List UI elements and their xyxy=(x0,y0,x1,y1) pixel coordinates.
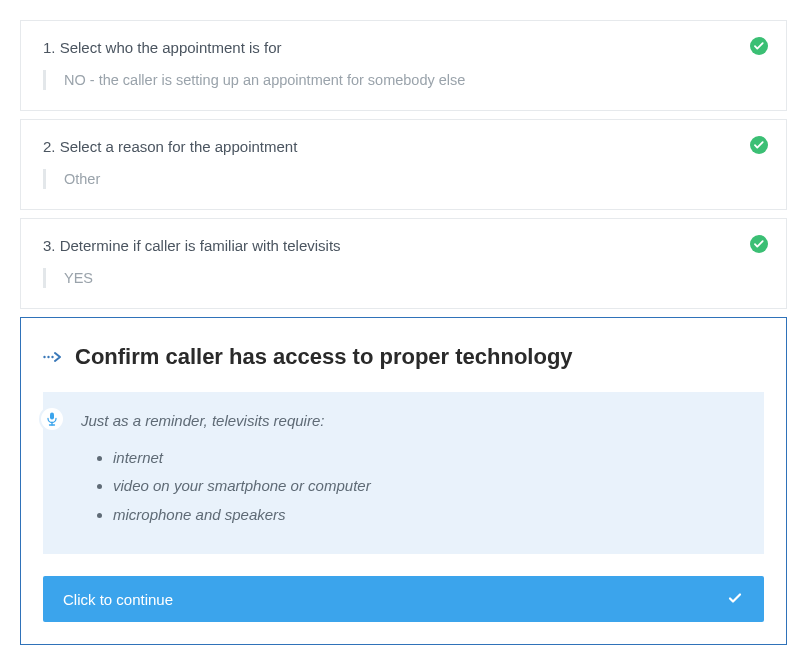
requirement-item: microphone and speakers xyxy=(113,504,371,527)
answer-text: Other xyxy=(64,171,100,187)
svg-point-5 xyxy=(51,356,53,358)
requirements-list: internet video on your smartphone or com… xyxy=(81,447,371,527)
step-title: 3. Determine if caller is familiar with … xyxy=(43,237,764,254)
active-step-header: Confirm caller has access to proper tech… xyxy=(43,344,764,370)
svg-point-4 xyxy=(47,356,49,358)
svg-rect-6 xyxy=(50,413,54,420)
script-content: Just as a reminder, televisits require: … xyxy=(81,410,371,532)
active-step-title: Confirm caller has access to proper tech… xyxy=(75,344,573,370)
continue-button[interactable]: Click to continue xyxy=(43,576,764,622)
step-number: 3. xyxy=(43,237,56,254)
step-title: 2. Select a reason for the appointment xyxy=(43,138,764,155)
script-reminder-box: Just as a reminder, televisits require: … xyxy=(43,392,764,554)
answer-row: YES xyxy=(43,268,764,288)
completed-step-3[interactable]: 3. Determine if caller is familiar with … xyxy=(20,218,787,309)
microphone-icon xyxy=(41,408,63,430)
step-heading: Determine if caller is familiar with tel… xyxy=(60,237,341,254)
completed-step-2[interactable]: 2. Select a reason for the appointment O… xyxy=(20,119,787,210)
check-circle-icon xyxy=(750,37,768,55)
continue-button-label: Click to continue xyxy=(63,591,173,608)
answer-row: NO - the caller is setting up an appoint… xyxy=(43,70,764,90)
step-number: 1. xyxy=(43,39,56,56)
step-heading: Select a reason for the appointment xyxy=(60,138,298,155)
reminder-intro: Just as a reminder, televisits require: xyxy=(81,410,371,433)
answer-indicator-bar xyxy=(43,70,46,90)
check-circle-icon xyxy=(750,136,768,154)
step-heading: Select who the appointment is for xyxy=(60,39,282,56)
requirement-item: internet xyxy=(113,447,371,470)
completed-step-1[interactable]: 1. Select who the appointment is for NO … xyxy=(20,20,787,111)
answer-indicator-bar xyxy=(43,169,46,189)
svg-point-3 xyxy=(43,356,45,358)
check-circle-icon xyxy=(750,235,768,253)
step-number: 2. xyxy=(43,138,56,155)
active-step: Confirm caller has access to proper tech… xyxy=(20,317,787,645)
requirement-item: video on your smartphone or computer xyxy=(113,475,371,498)
answer-text: YES xyxy=(64,270,93,286)
answer-text: NO - the caller is setting up an appoint… xyxy=(64,72,465,88)
dotted-arrow-icon xyxy=(43,351,61,363)
answer-row: Other xyxy=(43,169,764,189)
answer-indicator-bar xyxy=(43,268,46,288)
step-title: 1. Select who the appointment is for xyxy=(43,39,764,56)
check-icon xyxy=(726,589,744,610)
